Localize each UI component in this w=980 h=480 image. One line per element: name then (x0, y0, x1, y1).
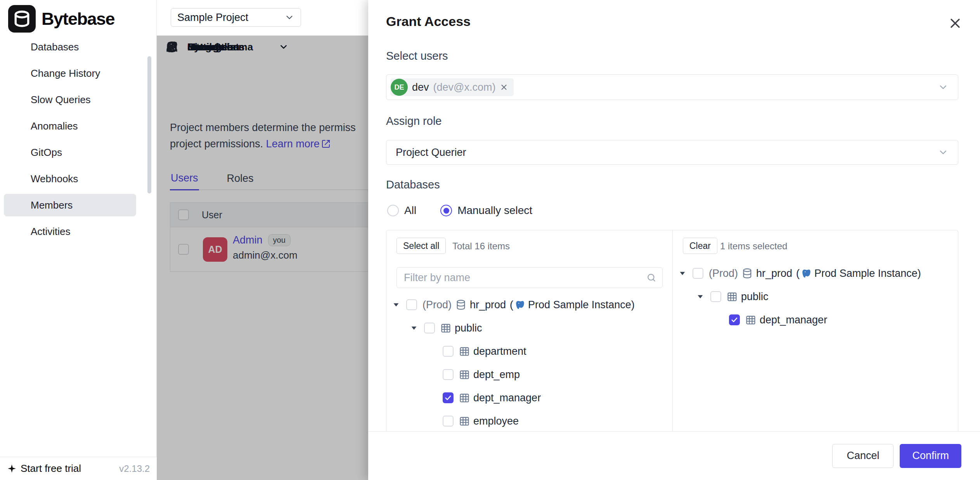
databases-label: Databases (386, 178, 440, 191)
environment-label: (Prod) (422, 299, 452, 311)
sidebar-scrollbar[interactable] (147, 56, 151, 193)
radio-manually-select[interactable] (440, 205, 452, 216)
checkbox[interactable] (443, 369, 454, 380)
tree-row-table[interactable]: employee (386, 409, 672, 431)
user-multiselect[interactable]: DE dev (dev@x.com) (386, 74, 958, 100)
tree-label: public (741, 291, 769, 303)
environment-label: (Prod) (709, 268, 738, 280)
remove-user-icon[interactable] (500, 83, 508, 92)
tree-row-table[interactable]: dept_emp (386, 363, 672, 386)
tree-row-database[interactable]: (Prod) hr_prod ( Prod Sample Instance) (673, 262, 958, 285)
sidebar-item-change-history[interactable]: Change History (0, 60, 156, 86)
radio-manual-label: Manually select (457, 204, 532, 217)
tree-label: department (473, 345, 526, 357)
sidebar-item-activities[interactable]: Activities (0, 218, 156, 245)
total-items-label: Total 16 items (452, 241, 510, 252)
logo[interactable]: Bytebase (8, 5, 114, 33)
search-icon (646, 273, 656, 283)
close-icon[interactable] (947, 16, 963, 31)
role-select-value: Project Querier (396, 147, 466, 159)
modal-footer: Cancel Confirm (368, 431, 980, 480)
tree-row-table[interactable]: dept_manager (673, 308, 958, 332)
confirm-button[interactable]: Confirm (900, 444, 961, 468)
selected-user-chip: DE dev (dev@x.com) (390, 78, 514, 96)
filter-field (397, 267, 663, 288)
checkbox[interactable] (710, 291, 721, 302)
table-icon (459, 346, 470, 357)
role-select[interactable]: Project Querier (386, 140, 958, 165)
selected-panel: Clear 1 items selected (Prod) hr_prod ( … (672, 230, 958, 431)
database-icon (742, 268, 753, 279)
screen: Bytebase Database Databases Change Histo… (0, 0, 980, 480)
tree-label: hr_prod (756, 268, 792, 280)
database-icon (455, 299, 466, 310)
caret-down-icon[interactable] (696, 292, 705, 301)
chip-user-email: (dev@x.com) (433, 81, 496, 93)
select-all-button[interactable]: Select all (397, 238, 446, 254)
chip-user-name: dev (412, 81, 429, 93)
table-icon (459, 416, 470, 426)
caret-down-icon[interactable] (410, 324, 418, 332)
sidebar-item-webhooks[interactable]: Webhooks (0, 166, 156, 192)
brand-name: Bytebase (42, 9, 114, 29)
sidebar-item-label: Databases (31, 41, 79, 53)
checkbox-checked[interactable] (729, 314, 740, 325)
paren: ( (510, 299, 513, 311)
tree-row-table[interactable]: dept_manager (386, 386, 672, 409)
radio-all[interactable] (387, 205, 399, 216)
checkbox-checked[interactable] (443, 392, 454, 403)
checkbox[interactable] (693, 268, 703, 279)
sidebar-item-label: Anomalies (31, 120, 78, 132)
sidebar-item-label: GitOps (31, 147, 62, 159)
checkbox[interactable] (406, 299, 417, 310)
postgres-icon (802, 268, 812, 279)
avatar: DE (391, 79, 408, 96)
tree-label: dept_emp (473, 369, 520, 381)
sidebar-nav: Database Databases Change History Slow Q… (0, 34, 156, 245)
paren: ( (796, 268, 800, 280)
sidebar: Bytebase Database Databases Change Histo… (0, 0, 157, 480)
sidebar-item-gitops[interactable]: GitOps (0, 139, 156, 166)
database-transfer-panel: Select all Total 16 items (Prod) hr_prod… (386, 230, 958, 431)
postgres-icon (515, 300, 526, 310)
bytebase-logo-icon (8, 5, 36, 33)
sidebar-item-label: Slow Queries (31, 94, 91, 106)
sidebar-item-anomalies[interactable]: Anomalies (0, 113, 156, 139)
tree-row-schema[interactable]: public (673, 285, 958, 308)
table-icon (459, 392, 470, 403)
clear-button[interactable]: Clear (683, 238, 717, 254)
start-free-trial-link[interactable]: Start free trial (7, 463, 81, 475)
grant-access-modal: Grant Access Select users DE dev (dev@x.… (368, 0, 980, 480)
tree-row-database[interactable]: (Prod) hr_prod ( Prod Sample Instance) (386, 293, 672, 316)
tree-label: employee (473, 415, 519, 427)
selected-count-label: 1 items selected (720, 241, 787, 252)
tree-label: dept_manager (473, 392, 541, 404)
sidebar-item-slow-queries[interactable]: Slow Queries (0, 86, 156, 113)
schema-icon (440, 323, 451, 333)
filter-input[interactable] (397, 267, 663, 288)
sidebar-item-label: Members (31, 199, 73, 211)
tree-row-schema[interactable]: public (386, 316, 672, 340)
table-icon (459, 369, 470, 380)
source-panel: Select all Total 16 items (Prod) hr_prod… (386, 230, 672, 431)
chevron-down-icon (938, 82, 949, 93)
caret-down-icon[interactable] (392, 300, 400, 309)
sparkle-icon (7, 464, 17, 473)
schema-icon (727, 291, 738, 302)
cancel-button[interactable]: Cancel (832, 444, 893, 468)
caret-down-icon[interactable] (678, 269, 687, 278)
database-scope-radios: All Manually select (387, 202, 532, 219)
tree-label: public (455, 322, 482, 334)
radio-all-label: All (404, 204, 416, 217)
sidebar-item-members[interactable]: Members (0, 192, 156, 218)
sidebar-item-databases[interactable]: Databases (0, 34, 156, 60)
checkbox[interactable] (443, 416, 454, 426)
project-select[interactable]: Sample Project (171, 8, 301, 27)
sidebar-item-label: Change History (31, 67, 100, 79)
tree-row-table[interactable]: department (386, 340, 672, 363)
checkbox[interactable] (424, 323, 435, 333)
modal-title: Grant Access (386, 14, 471, 29)
tree-label: hr_prod (470, 299, 506, 311)
checkbox[interactable] (443, 346, 454, 357)
project-select-value: Sample Project (177, 12, 248, 24)
